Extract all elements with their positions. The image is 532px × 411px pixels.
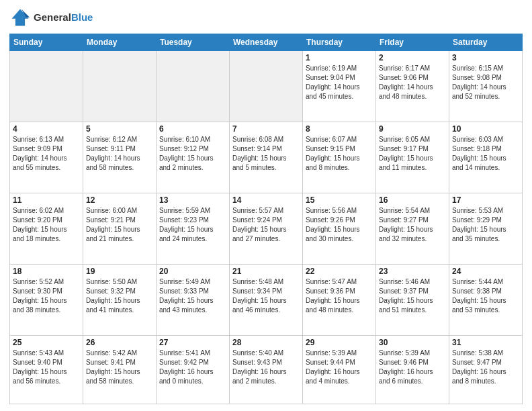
day-number: 18 xyxy=(13,267,80,276)
day-number: 23 xyxy=(379,267,446,276)
day-number: 12 xyxy=(86,195,153,205)
day-number: 9 xyxy=(379,124,446,134)
calendar-weekday-header: Sunday xyxy=(10,34,83,51)
day-info: Sunrise: 5:44 AMSunset: 9:38 PMDaylight:… xyxy=(452,277,519,315)
calendar-day-cell: 28Sunrise: 5:40 AMSunset: 9:43 PMDayligh… xyxy=(230,335,303,404)
day-number: 19 xyxy=(86,267,153,276)
calendar-header-row: SundayMondayTuesdayWednesdayThursdayFrid… xyxy=(10,34,523,51)
day-info: Sunrise: 6:10 AMSunset: 9:12 PMDaylight:… xyxy=(159,135,226,173)
day-info: Sunrise: 5:49 AMSunset: 9:33 PMDaylight:… xyxy=(159,277,226,315)
calendar-weekday-header: Friday xyxy=(376,34,449,51)
calendar-day-cell: 1Sunrise: 6:19 AMSunset: 9:04 PMDaylight… xyxy=(303,51,376,122)
day-info: Sunrise: 5:59 AMSunset: 9:23 PMDaylight:… xyxy=(159,206,226,244)
calendar-day-cell: 15Sunrise: 5:56 AMSunset: 9:26 PMDayligh… xyxy=(303,193,376,264)
calendar-day-cell: 3Sunrise: 6:15 AMSunset: 9:08 PMDaylight… xyxy=(449,51,523,122)
calendar-table: SundayMondayTuesdayWednesdayThursdayFrid… xyxy=(9,34,523,404)
calendar-day-cell: 11Sunrise: 6:02 AMSunset: 9:20 PMDayligh… xyxy=(10,193,83,264)
calendar-day-cell: 27Sunrise: 5:41 AMSunset: 9:42 PMDayligh… xyxy=(157,335,230,404)
calendar-day-cell: 12Sunrise: 6:00 AMSunset: 9:21 PMDayligh… xyxy=(83,193,157,264)
calendar-week-row: 25Sunrise: 5:43 AMSunset: 9:40 PMDayligh… xyxy=(10,335,523,404)
logo: GeneralBlue xyxy=(9,7,93,28)
calendar-day-cell: 10Sunrise: 6:03 AMSunset: 9:18 PMDayligh… xyxy=(449,122,523,193)
calendar-day-cell: 8Sunrise: 6:07 AMSunset: 9:15 PMDaylight… xyxy=(303,122,376,193)
day-info: Sunrise: 5:53 AMSunset: 9:29 PMDaylight:… xyxy=(452,206,519,244)
calendar-day-cell: 25Sunrise: 5:43 AMSunset: 9:40 PMDayligh… xyxy=(10,335,83,404)
header: GeneralBlue xyxy=(9,7,523,28)
calendar-day-cell: 30Sunrise: 5:39 AMSunset: 9:46 PMDayligh… xyxy=(376,335,449,404)
calendar-day-cell: 5Sunrise: 6:12 AMSunset: 9:11 PMDaylight… xyxy=(83,122,157,193)
day-info: Sunrise: 6:00 AMSunset: 9:21 PMDaylight:… xyxy=(86,206,153,244)
day-info: Sunrise: 6:15 AMSunset: 9:08 PMDaylight:… xyxy=(452,64,519,101)
day-info: Sunrise: 5:41 AMSunset: 9:42 PMDaylight:… xyxy=(159,349,226,386)
day-number: 8 xyxy=(306,124,373,134)
calendar-day-cell: 26Sunrise: 5:42 AMSunset: 9:41 PMDayligh… xyxy=(83,335,157,404)
day-info: Sunrise: 5:39 AMSunset: 9:46 PMDaylight:… xyxy=(379,349,446,386)
calendar-day-cell: 9Sunrise: 6:05 AMSunset: 9:17 PMDaylight… xyxy=(376,122,449,193)
calendar-weekday-header: Saturday xyxy=(449,34,523,51)
day-info: Sunrise: 6:08 AMSunset: 9:14 PMDaylight:… xyxy=(232,135,300,173)
day-number: 29 xyxy=(306,338,373,347)
calendar-day-cell: 6Sunrise: 6:10 AMSunset: 9:12 PMDaylight… xyxy=(157,122,230,193)
day-info: Sunrise: 6:03 AMSunset: 9:18 PMDaylight:… xyxy=(452,135,519,173)
day-info: Sunrise: 6:12 AMSunset: 9:11 PMDaylight:… xyxy=(86,135,153,173)
day-number: 5 xyxy=(86,124,153,134)
day-info: Sunrise: 6:02 AMSunset: 9:20 PMDaylight:… xyxy=(13,206,80,244)
calendar-day-cell: 31Sunrise: 5:38 AMSunset: 9:47 PMDayligh… xyxy=(449,335,523,404)
calendar-day-cell: 14Sunrise: 5:57 AMSunset: 9:24 PMDayligh… xyxy=(230,193,303,264)
day-info: Sunrise: 5:39 AMSunset: 9:44 PMDaylight:… xyxy=(306,349,373,386)
calendar-day-cell: 22Sunrise: 5:47 AMSunset: 9:36 PMDayligh… xyxy=(303,264,376,335)
calendar-week-row: 18Sunrise: 5:52 AMSunset: 9:30 PMDayligh… xyxy=(10,264,523,335)
day-info: Sunrise: 5:57 AMSunset: 9:24 PMDaylight:… xyxy=(232,206,300,244)
day-info: Sunrise: 6:13 AMSunset: 9:09 PMDaylight:… xyxy=(13,135,80,173)
calendar-day-cell: 13Sunrise: 5:59 AMSunset: 9:23 PMDayligh… xyxy=(157,193,230,264)
day-info: Sunrise: 5:56 AMSunset: 9:26 PMDaylight:… xyxy=(306,206,373,244)
calendar-day-cell: 24Sunrise: 5:44 AMSunset: 9:38 PMDayligh… xyxy=(449,264,523,335)
day-info: Sunrise: 5:46 AMSunset: 9:37 PMDaylight:… xyxy=(379,277,446,315)
day-info: Sunrise: 6:05 AMSunset: 9:17 PMDaylight:… xyxy=(379,135,446,173)
calendar-week-row: 1Sunrise: 6:19 AMSunset: 9:04 PMDaylight… xyxy=(10,51,523,122)
calendar-day-cell: 17Sunrise: 5:53 AMSunset: 9:29 PMDayligh… xyxy=(449,193,523,264)
day-number: 14 xyxy=(232,195,300,205)
calendar-weekday-header: Monday xyxy=(83,34,157,51)
day-number: 11 xyxy=(13,195,80,205)
day-number: 13 xyxy=(159,195,226,205)
day-number: 2 xyxy=(379,53,446,62)
day-info: Sunrise: 5:48 AMSunset: 9:34 PMDaylight:… xyxy=(232,277,300,315)
calendar-day-cell: 16Sunrise: 5:54 AMSunset: 9:27 PMDayligh… xyxy=(376,193,449,264)
day-number: 1 xyxy=(306,53,373,62)
calendar-weekday-header: Thursday xyxy=(303,34,376,51)
logo-text: GeneralBlue xyxy=(34,11,93,24)
calendar-day-cell xyxy=(10,51,83,122)
day-number: 27 xyxy=(159,338,226,347)
day-number: 31 xyxy=(452,338,519,347)
day-number: 24 xyxy=(452,267,519,276)
day-number: 4 xyxy=(13,124,80,134)
day-info: Sunrise: 5:54 AMSunset: 9:27 PMDaylight:… xyxy=(379,206,446,244)
calendar-day-cell: 23Sunrise: 5:46 AMSunset: 9:37 PMDayligh… xyxy=(376,264,449,335)
calendar-weekday-header: Wednesday xyxy=(230,34,303,51)
day-number: 28 xyxy=(232,338,300,347)
calendar-day-cell xyxy=(157,51,230,122)
calendar-week-row: 11Sunrise: 6:02 AMSunset: 9:20 PMDayligh… xyxy=(10,193,523,264)
day-info: Sunrise: 6:07 AMSunset: 9:15 PMDaylight:… xyxy=(306,135,373,173)
day-number: 15 xyxy=(306,195,373,205)
calendar-day-cell: 20Sunrise: 5:49 AMSunset: 9:33 PMDayligh… xyxy=(157,264,230,335)
calendar-day-cell: 18Sunrise: 5:52 AMSunset: 9:30 PMDayligh… xyxy=(10,264,83,335)
day-info: Sunrise: 5:40 AMSunset: 9:43 PMDaylight:… xyxy=(232,349,300,386)
calendar-day-cell: 7Sunrise: 6:08 AMSunset: 9:14 PMDaylight… xyxy=(230,122,303,193)
calendar-weekday-header: Tuesday xyxy=(157,34,230,51)
day-number: 10 xyxy=(452,124,519,134)
day-number: 21 xyxy=(232,267,300,276)
calendar-day-cell xyxy=(83,51,157,122)
day-number: 20 xyxy=(159,267,226,276)
calendar-day-cell: 21Sunrise: 5:48 AMSunset: 9:34 PMDayligh… xyxy=(230,264,303,335)
day-number: 25 xyxy=(13,338,80,347)
day-number: 17 xyxy=(452,195,519,205)
day-info: Sunrise: 5:43 AMSunset: 9:40 PMDaylight:… xyxy=(13,349,80,386)
day-number: 26 xyxy=(86,338,153,347)
day-number: 6 xyxy=(159,124,226,134)
generalblue-logo-icon xyxy=(9,7,31,28)
day-number: 22 xyxy=(306,267,373,276)
day-info: Sunrise: 5:47 AMSunset: 9:36 PMDaylight:… xyxy=(306,277,373,315)
calendar-day-cell: 29Sunrise: 5:39 AMSunset: 9:44 PMDayligh… xyxy=(303,335,376,404)
